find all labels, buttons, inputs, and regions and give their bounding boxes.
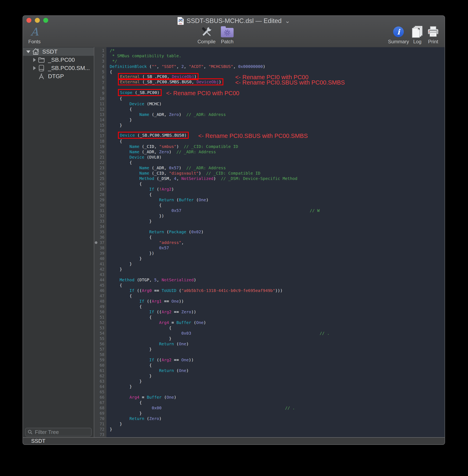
code-line: 70 Return (Zero) [94,416,445,421]
toolbar: DSL SSDT-SBUS-MCHC.dsl — Edited ⌄ A Font… [23,16,445,47]
line-number: 1 [94,48,106,53]
filter-tree-field[interactable] [25,428,92,436]
line-number: 60 [94,363,106,368]
line-number: 69 [94,411,106,416]
code-line: 18 { [94,138,445,144]
line-number: 49 [94,304,106,309]
disclosure-right-icon[interactable] [33,58,36,62]
line-number: 26 [94,181,106,187]
code-line: 41 } [94,261,445,267]
line-number: 68 [94,405,106,411]
device-icon [38,64,45,72]
document-icon: DSL [178,17,184,25]
patch-highlight-box: Scope (_SB.PC00) [118,89,161,96]
line-number: 59 [94,357,106,363]
line-number: 7 [94,80,106,85]
code-line: 55 } [94,336,445,341]
code-line: 29 Return (Buffer (One) [94,197,445,203]
compile-label: Compile [197,39,216,45]
code-line: 73 [94,432,445,437]
line-number: 20 [94,149,106,154]
code-line: 24 Name (_CID, "diagsvault") // _CID: Co… [94,170,445,176]
line-number: 71 [94,421,106,427]
chevron-down-icon[interactable]: ⌄ [285,19,290,23]
code-editor[interactable]: 1/*2 * SMBus compatibility table.3 */4De… [94,47,445,437]
sidebar-item-label: _SB.PC00.SM... [48,65,90,71]
code-line: 11 Device (MCHC) [94,101,445,106]
line-number: 23 [94,165,106,170]
search-icon [28,430,33,435]
window-title-group[interactable]: DSL SSDT-SBUS-MCHC.dsl — Edited ⌄ [178,17,290,25]
disclosure-down-icon[interactable] [26,50,30,53]
line-number: 67 [94,400,106,405]
filter-tree-input[interactable] [34,429,89,436]
hammer-wrench-icon [200,25,213,38]
code-line: 20 Name (_ADR, Zero) // _ADR: Address [94,149,445,154]
line-number: 4 [94,64,106,69]
line-number: 58 [94,352,106,357]
compile-button[interactable]: Compile [196,25,217,45]
app-body: SSDT _SB.PC00 [23,47,445,437]
sidebar-item-dtgp[interactable]: DTGP [23,72,94,80]
line-number: 15 [94,122,106,128]
summary-button[interactable]: i Summary [387,25,410,45]
code-line: 36 { [94,235,445,240]
patch-annotation: <- Rename PCI0 with PC00 [166,90,239,96]
line-number: 16 [94,128,106,133]
line-number: 22 [94,160,106,165]
code-line: 35 Return (Package (0x02) [94,229,445,235]
line-number: 2 [94,53,106,59]
log-button[interactable]: Log [410,25,425,45]
line-number: 32 [94,213,106,219]
line-number: 27 [94,187,106,192]
code-line: 47 { [94,293,445,298]
code-line: 31 0x57 // W [94,208,445,213]
fonts-label: Fonts [28,39,41,45]
code-line: 27 If (!Arg2) [94,187,445,192]
code-line: 26 { [94,181,445,187]
line-number: 38 [94,245,106,251]
code-line: 65 [94,389,445,395]
close-button[interactable] [27,18,31,23]
code-line: 49 { [94,304,445,309]
code-line: 15 } [94,122,445,128]
line-number: 50 [94,309,106,314]
code-line: 10 { [94,96,445,101]
line-number: 48 [94,298,106,304]
code-line: 58 [94,352,445,357]
line-number: 30 [94,203,106,208]
print-button[interactable]: Print [425,25,441,45]
code-line: 52 Arg4 = Buffer (One) [94,320,445,325]
code-line: 38 0x57 [94,245,445,251]
line-number: 35 [94,229,106,235]
status-bar: SSDT [23,437,445,444]
patch-button[interactable]: Patch [219,25,236,45]
line-number: 54 [94,330,106,336]
code-line: 57 } [94,346,445,352]
status-path[interactable]: SSDT [31,438,45,444]
method-icon [38,73,45,80]
code-line: 19 Name (_CID, "smbus") // _CID: Compati… [94,144,445,149]
line-number: 57 [94,346,106,352]
line-number: 36 [94,235,106,240]
line-number: 19 [94,144,106,149]
code-lines: 1/*2 * SMBus compatibility table.3 */4De… [94,48,445,437]
toolbar-right-group: i Summary Log [387,25,441,45]
line-number: 66 [94,395,106,400]
line-number: 70 [94,416,106,421]
minimize-button[interactable] [35,18,40,23]
sidebar-item-label: _SB.PC00 [48,57,75,63]
line-number: 10 [94,96,106,101]
sidebar-item-ssdt[interactable]: SSDT [23,48,94,56]
disclosure-right-icon[interactable] [33,66,36,70]
code-line: 54 0x03 // . [94,330,445,336]
line-number: 44 [94,277,106,283]
sidebar-item-sb-pc00-sm[interactable]: _SB.PC00.SM... [23,64,94,72]
line-number: 52 [94,320,106,325]
sidebar-item-sb-pc00[interactable]: _SB.PC00 [23,56,94,64]
zoom-button[interactable] [43,18,48,23]
code-line: 25 Method (_DSM, 4, NotSerialized) // _D… [94,176,445,181]
line-number: 8 [94,85,106,90]
line-number: 56 [94,341,106,346]
fonts-button[interactable]: A Fonts [26,25,43,45]
